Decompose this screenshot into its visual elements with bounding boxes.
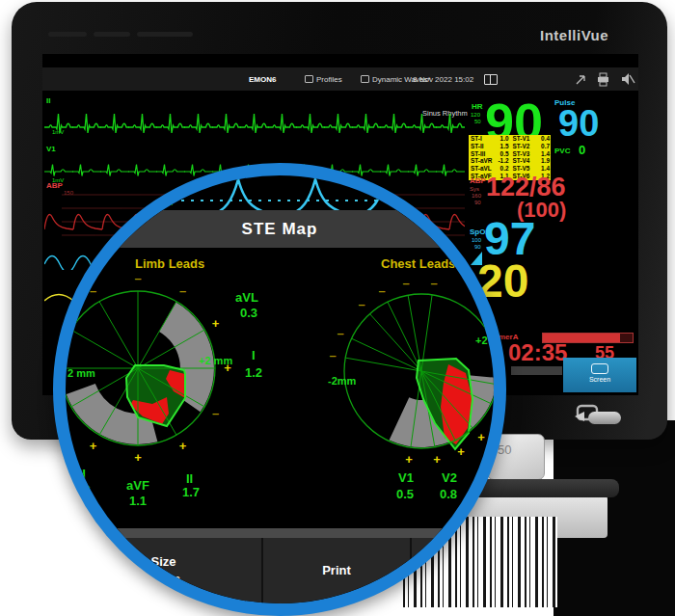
svg-text:–: – [378,283,385,298]
limb-scale-neg: 2 mm [68,367,95,379]
lead-ii-name: II [186,471,193,486]
screen-key-button[interactable]: Screen [563,358,636,392]
spo2-limit-high: 100 [472,237,481,243]
abp-limit-high: 160 [472,193,481,199]
ste-map-plots: Limb Leads +++ +++ [66,248,494,528]
print-button[interactable]: Print [263,538,410,603]
lead-iii-name: III [75,467,86,481]
svg-text:–: – [90,283,96,298]
page-title: STE Map [242,220,318,239]
hr-limit-high: 120 [471,112,480,118]
svg-text:–: – [430,276,437,290]
clamp-knob [588,412,621,424]
main-menu-bar: EMON6 Profiles Dynamic Waves* 8 Nov 2022… [42,67,638,91]
lead-avl-value: 0.3 [240,306,257,320]
table-row: ST-II1.5ST-V20.7 [469,143,551,150]
lead-v1-name: V1 [398,470,414,485]
svg-text:–: – [134,271,141,285]
printer-icon[interactable] [596,72,610,87]
lead-i-name: I [252,348,256,362]
table-row: ST-I1.0ST-V10.4 [469,135,551,143]
lead-v2-name: V2 [442,470,457,485]
timer-value: 02:35 [508,343,567,362]
svg-text:+: + [433,452,441,467]
spo2-value: 97 [484,220,535,259]
svg-text:–: – [212,406,219,420]
hr-label: HR [472,102,483,111]
svg-text:+: + [90,439,97,453]
pulse-value: 90 [558,108,599,139]
profiles-icon [305,75,313,83]
table-row: ST-aVL0.2ST-V51.4 [469,165,551,173]
window-divider [66,528,494,538]
speaker-vent [137,32,193,37]
scene: IntelliVue EMON6 Profiles Dynamic Waves*… [0,0,675,616]
speaker-vent [94,32,130,37]
lead-avf-value: 1.1 [129,494,147,508]
profiles-menu[interactable]: Profiles [305,75,342,84]
bed-icon[interactable] [484,74,498,85]
svg-text:+: + [405,452,413,467]
abp-label: ABP [470,176,486,185]
limb-leads-title: Limb Leads [135,256,204,271]
svg-text:–: – [358,297,364,311]
svg-text:+: + [134,450,142,465]
lead-avl-name: aVL [235,290,258,305]
dynamic-waves-icon [361,75,369,83]
chest-leads-title: Chest Leads [381,256,455,271]
svg-text:+: + [179,439,187,453]
abp-sys-label: Sys [470,186,479,192]
lead-i-value: 1.2 [245,365,262,380]
chest-scale-neg: -2mm [328,375,357,387]
alarm-silence-icon[interactable] [620,72,635,86]
limb-scale-pos: +2 mm [199,355,232,366]
svg-text:–: – [337,326,343,340]
table-row: ST-aVR-1.2ST-V41.9 [469,157,551,165]
lead-avf-name: aVF [126,478,149,493]
hr-limit-low: 50 [474,119,481,124]
abp-limit-low: 90 [474,200,481,205]
size-down-button[interactable]: Size Down [66,538,261,603]
speaker-vent [48,32,87,37]
lead-ii-value: 1.7 [182,485,200,499]
clamp-handle [474,479,619,497]
pvc-label: PVC [554,147,570,155]
brand-logo: IntelliVue [540,27,608,43]
svg-text:+: + [457,444,465,459]
pvc-value: 0 [579,145,585,155]
chest-scale-pos: +2 mm [475,335,494,346]
svg-text:–: – [329,348,336,362]
svg-text:–: – [179,283,186,298]
bed-label[interactable]: EMON6 [249,75,276,84]
abp-value: 122/86 [486,176,566,199]
magnifier-circle: STE Map Limb Leads [53,163,506,616]
table-row: ST-III0.5ST-V31.4 [469,150,551,158]
screen-key-icon [591,363,608,374]
lead-iii-value: 0.6 [73,483,91,497]
spo2-limit-low: 90 [474,244,481,250]
ecg-wave-ii [44,94,465,145]
svg-text:+: + [477,430,485,444]
svg-text:+: + [212,316,220,331]
network-icon [574,73,587,87]
datetime-label: 8 Nov 2022 15:02 [413,75,473,84]
svg-text:–: – [402,276,409,290]
softkey-placeholder [511,366,562,375]
lead-v2-value: 0.8 [440,487,457,501]
lead-v1-value: 0.5 [396,487,414,501]
